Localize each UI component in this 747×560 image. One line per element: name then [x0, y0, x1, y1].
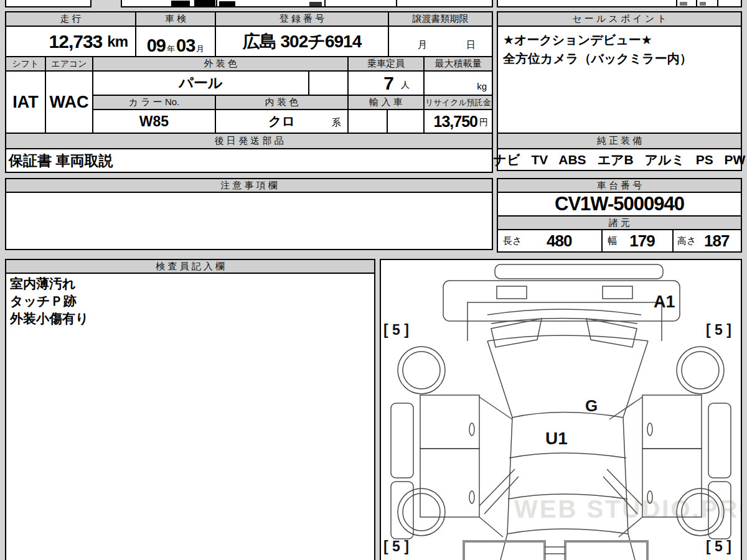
windshield-side [623, 341, 648, 418]
exterior-color-empty-cell [308, 70, 349, 96]
exterior-color-value-cell: パール [92, 70, 309, 96]
left-sill-shape [391, 403, 413, 478]
left-front-door-shape [420, 395, 479, 449]
capacity-unit: 人 [401, 80, 410, 95]
import-empty-cell [347, 109, 388, 134]
fold-line [479, 517, 503, 537]
equipment-value-cell: ナビ TV ABS エアB アルミ PS PW [497, 148, 742, 171]
chassis-value: CV1W-5000940 [555, 193, 684, 215]
equipment-value: ナビ TV ABS エアB アルミ PS PW [494, 151, 746, 169]
notes-header: 注 意 事 項 欄 [5, 178, 493, 193]
inspection-value-cell: 09 年 03 月 [135, 26, 216, 57]
spec-height-cell: 高さ 187 [672, 229, 742, 253]
mileage-value: 12,733 [49, 31, 103, 52]
later-parts-value-cell: 保証書 車両取説 [5, 148, 493, 173]
inspector-note: 室内薄汚れ [10, 275, 370, 292]
inspector-header: 検 査 員 記 入 欄 [5, 259, 375, 274]
recycle-value: 13,750 [434, 113, 477, 131]
car-diagram-box: WEB STUDIO.PRO [380, 259, 742, 560]
spec-length-label: 長さ [503, 235, 522, 247]
registration-value: 広島 302チ6914 [243, 30, 361, 54]
sales-point-box: ★オークションデビュー★ 全方位カメラ（バックミラー内） [497, 26, 742, 134]
spec-length-value: 480 [522, 231, 596, 251]
color-no-header: カ ラ ー No. [92, 95, 216, 110]
rear-left-wheel-inner [403, 493, 440, 531]
front-left-wheel [398, 347, 445, 394]
car-diagram: WEB STUDIO.PRO [381, 260, 741, 560]
rear-bumper-right-shape [565, 541, 647, 560]
transfer-day-unit: 日 [466, 39, 476, 51]
spec-height-value: 187 [696, 231, 737, 251]
chassis-header: 車 台 番 号 [497, 178, 742, 193]
front-right-wheel [677, 347, 724, 394]
color-no-value: W85 [139, 113, 169, 130]
registration-value-cell: 広島 302チ6914 [215, 26, 389, 57]
recycle-header: リサイクル預託金 [423, 95, 493, 110]
cutoff-row-cell [5, 0, 92, 7]
later-parts-value: 保証書 車両取説 [9, 151, 113, 170]
front-panel-shape [443, 281, 680, 321]
interior-color-value: クロ [268, 113, 295, 130]
spec-length-cell: 長さ 480 [497, 229, 603, 253]
capacity-value-cell: 7 人 [347, 70, 425, 96]
aircon-value: WAC [50, 93, 89, 112]
sales-point-header: セ ー ル ス ポ イ ン ト [497, 11, 742, 27]
max-load-value-cell: kg [423, 70, 493, 96]
specs-header: 諸 元 [497, 215, 742, 230]
damage-label-u1: U1 [545, 429, 568, 448]
tire-grade-front-left: [ 5 ] [383, 322, 409, 338]
equipment-header: 純 正 装 備 [497, 133, 742, 149]
exterior-color-header: 外 装 色 [92, 56, 349, 72]
spec-width-cell: 幅 179 [601, 229, 674, 253]
right-front-door-shape [642, 395, 702, 449]
windshield-bottom [512, 413, 623, 418]
cutoff-text-fragment [680, 2, 687, 6]
sales-point-line: ★オークションデビュー★ [503, 30, 736, 49]
tire-grade-rear-right: [ 5 ] [706, 538, 731, 554]
aircon-header: エアコン [45, 56, 93, 72]
cutoff-row-cell [717, 0, 742, 7]
spec-height-label: 高さ [677, 235, 696, 247]
chassis-value-cell: CV1W-5000940 [497, 192, 742, 217]
inspection-year: 09 [147, 35, 166, 56]
cutoff-text-fragment [171, 1, 190, 6]
notes-box [5, 192, 493, 250]
mileage-unit: km [107, 33, 128, 50]
rear-hatch-edge [628, 534, 635, 560]
front-right-wheel-inner [682, 352, 719, 389]
cowl-arc [487, 309, 641, 315]
damage-label-a1: A1 [654, 292, 675, 311]
inspection-header: 車 検 [135, 11, 216, 27]
roof-curve [507, 529, 628, 534]
sales-point-line: 全方位カメラ（バックミラー内） [503, 49, 736, 68]
color-no-value-cell: W85 [92, 109, 216, 134]
cutoff-text-fragment [700, 2, 706, 6]
rear-hatch-edge [500, 534, 507, 560]
inspector-note: タッチＰ跡 [10, 292, 370, 310]
fold-line [479, 397, 512, 419]
cutoff-text-fragment [194, 0, 215, 6]
recycle-unit: 円 [479, 117, 488, 133]
cutoff-row-cell [396, 0, 493, 7]
import-header: 輸 入 車 [347, 95, 425, 110]
windshield-top [487, 335, 648, 341]
tire-grade-front-right: [ 5 ] [706, 322, 731, 338]
shift-value: IAT [12, 93, 39, 112]
interior-color-header: 内 装 色 [215, 95, 349, 110]
headlight-left-shape [497, 286, 527, 299]
door-handle [469, 491, 474, 503]
right-sill-shape [708, 403, 731, 478]
inspection-year-unit: 年 [167, 44, 175, 55]
interior-color-suffix: 系 [332, 117, 341, 129]
capacity-header: 乗車定員 [347, 56, 425, 72]
door-handle [647, 423, 652, 436]
mileage-value-cell: 12,733 km [5, 26, 136, 57]
spec-width-value: 179 [617, 231, 667, 251]
tire-grade-rear-left: [ 5 ] [383, 538, 409, 554]
fold-line [609, 397, 642, 419]
damage-label-g: G [585, 396, 598, 415]
door-handle [469, 423, 474, 436]
roof-curve [509, 453, 626, 458]
capacity-value: 7 [383, 73, 393, 94]
exterior-color-value: パール [179, 73, 222, 93]
